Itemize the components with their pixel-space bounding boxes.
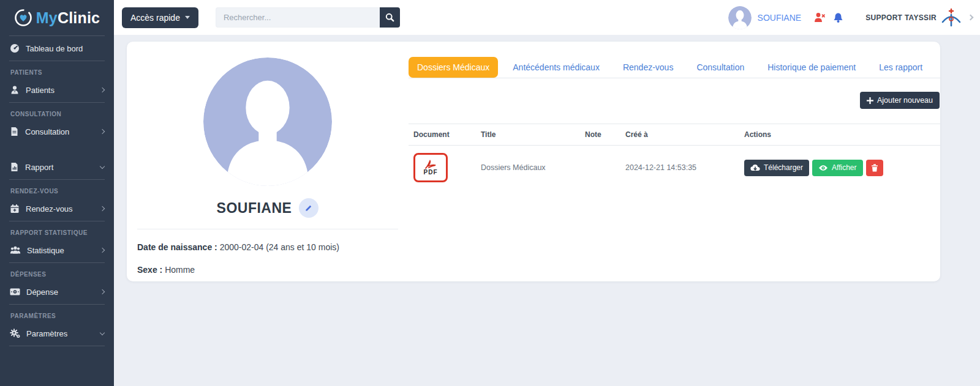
- divider: [137, 229, 398, 229]
- divider: [9, 346, 105, 346]
- patient-avatar: [203, 58, 332, 186]
- pencil-icon: [304, 204, 313, 212]
- actions-cell: Télécharger Afficher: [739, 152, 940, 184]
- dob-value: 2000-02-04 (24 ans et 10 mois): [220, 242, 339, 252]
- brand-name: MyClinic: [36, 9, 100, 27]
- dashboard-icon: [10, 43, 20, 53]
- view-label: Afficher: [832, 163, 856, 172]
- sidebar-item-label: Tableau de bord: [26, 44, 83, 53]
- toolbar: Ajouter nouveau: [409, 92, 940, 109]
- tab-les-rapport[interactable]: Les rapport: [870, 57, 931, 78]
- tab-antecedents-medicaux[interactable]: Antécédents médicaux: [504, 57, 608, 78]
- user-avatar[interactable]: [728, 6, 752, 29]
- pdf-swoosh-icon: [423, 160, 438, 169]
- dob-label: Date de naissance :: [137, 242, 217, 252]
- patient-dob-line: Date de naissance : 2000-02-04 (24 ans e…: [137, 242, 398, 252]
- col-actions: Actions: [739, 124, 940, 145]
- spacer: [0, 144, 114, 155]
- tayssir-logo-icon: [940, 7, 962, 29]
- brand-logo[interactable]: MyClinic: [0, 0, 114, 35]
- table-row: PDF Dossiers Médicaux 2024-12-21 14:53:3…: [409, 146, 940, 190]
- col-created-at: Créé à: [620, 124, 739, 145]
- sidebar-section-patients: PATIENTS: [0, 61, 114, 78]
- calendar-plus-icon: [10, 204, 20, 213]
- bell-icon: [833, 12, 843, 23]
- money-icon: [10, 287, 20, 297]
- avatar-silhouette-icon: [728, 6, 752, 29]
- quick-access-button[interactable]: Accès rapide: [122, 7, 198, 28]
- patient-sex-line: Sexe : Homme: [137, 265, 398, 275]
- chevron-down-icon: [100, 330, 105, 335]
- plus-icon: [867, 97, 873, 104]
- trash-icon: [871, 163, 878, 172]
- tabs-bar: Dossiers Médicaux Antécédents médicaux R…: [409, 57, 940, 78]
- sidebar-section-depenses: DÉPENSES: [0, 263, 114, 280]
- heart-circle-icon: [14, 9, 32, 27]
- created-at-cell: 2024-12-21 14:53:35: [620, 156, 739, 179]
- tab-consultation[interactable]: Consultation: [688, 57, 753, 78]
- patient-name-row: SOUFIANE: [137, 198, 398, 218]
- add-new-label: Ajouter nouveau: [877, 96, 933, 105]
- document-cell: PDF: [409, 146, 476, 190]
- sidebar-section-consultation: CONSULTATION: [0, 103, 114, 119]
- chevron-right-icon: [968, 15, 974, 21]
- sidebar-item-patients[interactable]: Patients: [0, 78, 114, 102]
- patient-records-panel: Dossiers Médicaux Antécédents médicaux R…: [409, 42, 940, 281]
- user-x-icon: [813, 12, 826, 23]
- topbar-username[interactable]: SOUFIANE: [758, 13, 802, 23]
- sidebar-item-parametres[interactable]: Paramètres: [0, 321, 114, 346]
- download-button[interactable]: Télécharger: [744, 160, 809, 176]
- sidebar: MyClinic Tableau de bord PATIENTS Patien…: [0, 0, 114, 386]
- search-button[interactable]: [380, 7, 400, 28]
- search-box: [216, 7, 400, 28]
- sidebar-item-rapport[interactable]: Rapport: [0, 155, 114, 179]
- topbar-right: SOUFIANE SUPPORT TAYSSIR: [728, 6, 973, 29]
- tab-dossiers-medicaux[interactable]: Dossiers Médicaux: [409, 57, 498, 78]
- tab-rendez-vous[interactable]: Rendez-vous: [614, 57, 682, 78]
- gears-icon: [10, 328, 20, 338]
- report-icon: [10, 162, 19, 172]
- view-button[interactable]: Afficher: [812, 160, 862, 176]
- chevron-right-icon: [100, 206, 105, 211]
- tab-historique-paiement[interactable]: Historique de paiement: [759, 57, 864, 78]
- sidebar-section-parametres: PARAMÈTRES: [0, 305, 114, 321]
- sidebar-item-statistique[interactable]: Statistique: [0, 238, 114, 262]
- sidebar-item-label: Rendez-vous: [26, 204, 73, 213]
- pdf-file-icon[interactable]: PDF: [413, 153, 448, 182]
- add-new-button[interactable]: Ajouter nouveau: [860, 92, 940, 109]
- edit-patient-button[interactable]: [299, 198, 318, 218]
- sidebar-section-statistique: RAPPORT STATISTIQUE: [0, 221, 114, 238]
- sidebar-item-dashboard[interactable]: Tableau de bord: [0, 36, 114, 61]
- sidebar-item-label: Consultation: [25, 127, 69, 136]
- logout-button[interactable]: [810, 10, 829, 25]
- delete-button[interactable]: [866, 160, 883, 176]
- patient-name: SOUFIANE: [217, 200, 292, 217]
- search-icon: [385, 13, 394, 22]
- sidebar-item-label: Dépense: [26, 288, 58, 297]
- chevron-right-icon: [100, 129, 105, 134]
- cloud-download-icon: [750, 164, 760, 171]
- avatar-silhouette-icon: [203, 58, 332, 186]
- people-group-icon: [10, 245, 21, 255]
- notifications-button[interactable]: [829, 10, 847, 26]
- sidebar-item-depense[interactable]: Dépense: [0, 280, 114, 304]
- patient-icon: [10, 85, 20, 95]
- chevron-right-icon: [100, 248, 105, 253]
- title-cell: Dossiers Médicaux: [476, 156, 580, 179]
- sidebar-item-rendezvous[interactable]: Rendez-vous: [0, 196, 114, 221]
- support-link[interactable]: SUPPORT TAYSSIR: [865, 7, 973, 29]
- sex-value: Homme: [165, 265, 195, 275]
- patient-profile-panel: SOUFIANE Date de naissance : 2000-02-04 …: [127, 42, 409, 281]
- eye-icon: [818, 165, 828, 171]
- file-icon: [10, 127, 19, 136]
- chevron-right-icon: [100, 289, 105, 294]
- sidebar-item-consultation[interactable]: Consultation: [0, 119, 114, 144]
- search-input[interactable]: [216, 7, 380, 28]
- sidebar-item-label: Paramètres: [26, 329, 67, 338]
- sidebar-item-label: Rapport: [25, 163, 53, 172]
- sidebar-item-label: Patients: [26, 86, 55, 95]
- chevron-down-icon: [100, 163, 105, 168]
- col-note: Note: [580, 124, 620, 145]
- support-label: SUPPORT TAYSSIR: [865, 13, 937, 22]
- note-cell: [580, 160, 620, 175]
